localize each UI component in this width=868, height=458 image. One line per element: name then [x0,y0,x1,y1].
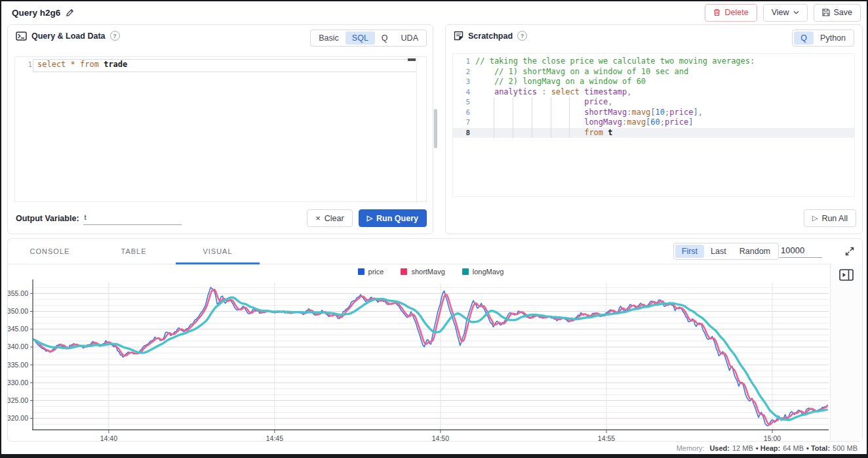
heap-label: • Heap: [756,444,780,452]
run-query-label: Run Query [376,214,418,223]
view-button[interactable]: View [763,4,808,22]
heap-value: 64 MB [783,444,804,452]
code-text: select * from trade [37,60,426,70]
run-all-label: Run All [821,214,848,223]
help-icon[interactable]: ? [110,31,120,41]
code-line[interactable]: 7 longMavg:mavg[60;price] [453,117,854,128]
editor-scrollbar-track [416,57,417,201]
edit-title-icon[interactable] [66,9,74,17]
code-line[interactable]: 1// taking the close price we calculate … [453,56,854,67]
code-text: analytics : select timestamp, [475,87,854,98]
top-bar: Query h2g6 Delete View Save [1,1,867,24]
code-text: price, [475,97,854,108]
option-first[interactable]: First [675,245,704,258]
code-text: longMavg:mavg[60;price] [475,117,854,128]
code-line[interactable]: 2 // 1) shortMavg on a window of 10 sec … [453,67,854,77]
line-number: 6 [453,108,475,118]
delete-button[interactable]: Delete [705,4,757,22]
used-value: 12 MB [732,444,753,452]
scratchpad-title: Scratchpad [468,31,513,41]
line-number: 1 [453,56,475,67]
results-panel: CONSOLETABLEVISUAL FirstLastRandom price… [7,238,863,442]
option-last[interactable]: Last [704,245,733,258]
chevron-down-icon [793,10,799,14]
code-line[interactable]: 4 analytics : select timestamp, [453,87,854,98]
svg-text:1340.00: 1340.00 [8,343,28,350]
app-window: Query h2g6 Delete View Save Query & Load… [0,0,868,458]
tab-table[interactable]: TABLE [92,239,176,264]
expand-icon[interactable] [844,246,855,257]
used-label: Used: [709,444,730,452]
option-basic[interactable]: Basic [312,31,345,45]
line-number: 8 [453,128,475,138]
x-icon: × [315,214,321,222]
svg-text:1330.00: 1330.00 [8,379,28,386]
code-line[interactable]: 1select * from trade [15,60,426,70]
chart-area: priceshortMavglongMavg 1320.001325.00133… [8,264,862,441]
line-number: 7 [453,117,475,128]
total-label: • Total: [806,444,830,452]
panel-splitter-handle[interactable] [434,109,437,148]
line-number: 3 [453,77,475,87]
option-random[interactable]: Random [733,245,777,258]
scratchpad-code-editor[interactable]: 1// taking the close price we calculate … [452,53,855,197]
code-text: // 2) longMavg on a window of 60 [475,77,854,87]
code-text: // taking the close price we calculate t… [475,56,854,67]
run-query-button[interactable]: ▷ Run Query [359,209,427,227]
svg-text:1325.00: 1325.00 [8,396,28,404]
svg-text:1345.00: 1345.00 [8,325,28,333]
code-line[interactable]: 5 price, [453,97,854,108]
line-number: 2 [453,67,475,77]
floppy-icon [822,9,830,16]
scratchpad-panel: Scratchpad ? QPython 1// taking the clos… [445,24,863,234]
option-python[interactable]: Python [814,31,852,45]
collapse-panel-icon[interactable] [839,269,854,281]
svg-text:1320.00: 1320.00 [8,414,28,422]
right-side-strip [830,264,862,441]
scratchpad-icon [454,31,464,41]
delete-label: Delete [724,8,748,17]
code-line[interactable]: 8 from t [453,128,854,138]
scratchpad-language-switcher: QPython [792,30,854,47]
code-text: from t [475,128,854,138]
trash-icon [713,9,720,16]
svg-text:1355.00: 1355.00 [8,289,28,297]
page-title-row: Query h2g6 [12,8,74,18]
query-code-editor[interactable]: 1select * from trade [14,56,427,202]
code-text: shortMavg:mavg[10;price], [475,108,854,118]
terminal-icon [16,31,27,41]
option-q[interactable]: Q [794,31,814,45]
query-panel-title: Query & Load Data [31,31,106,41]
line-chart[interactable]: 1320.001325.001330.001335.001340.001345.… [8,264,832,442]
memory-label: Memory: [677,444,705,452]
code-line[interactable]: 3 // 2) longMavg on a window of 60 [453,77,854,87]
sample-mode-switcher: FirstLastRandom [673,243,779,260]
svg-text:1350.00: 1350.00 [8,307,28,315]
code-line[interactable]: 6 shortMavg:mavg[10;price], [453,108,854,118]
option-uda[interactable]: UDA [395,31,425,45]
svg-text:1335.00: 1335.00 [8,361,28,369]
line-number: 4 [453,87,475,98]
help-icon[interactable]: ? [517,31,527,41]
output-variable-input[interactable] [83,211,182,225]
run-all-button[interactable]: ▷ Run All [804,209,856,227]
clear-button[interactable]: × Clear [307,209,352,227]
line-number: 5 [453,97,475,108]
sample-size-input[interactable] [779,244,822,258]
query-mode-switcher: BasicSQLQUDA [310,30,427,47]
save-button[interactable]: Save [814,4,861,22]
tab-visual[interactable]: VISUAL [176,239,260,264]
output-variable-label: Output Variable: [16,214,79,223]
line-number: 1 [15,60,37,70]
play-icon: ▷ [812,215,818,222]
save-label: Save [834,8,853,17]
page-title: Query h2g6 [12,8,60,18]
option-q[interactable]: Q [375,31,395,45]
play-icon: ▷ [367,215,372,222]
tab-console[interactable]: CONSOLE [8,239,92,264]
query-panel: Query & Load Data ? BasicSQLQUDA 1select… [7,24,433,234]
status-bar: Memory: Used: 12 MB • Heap: 64 MB • Tota… [1,442,867,454]
total-value: 500 MB [833,444,858,452]
code-text: // 1) shortMavg on a window of 10 sec an… [475,67,854,77]
option-sql[interactable]: SQL [345,31,375,45]
